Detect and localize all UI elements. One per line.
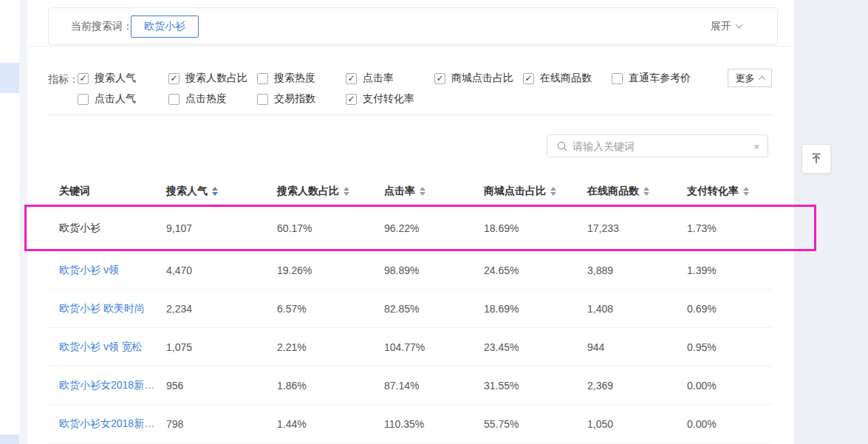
keyword-link[interactable]: 欧货小衫女2018新款欧... bbox=[48, 417, 155, 431]
expand-label: 展开 bbox=[711, 20, 731, 33]
metric-checkbox[interactable]: 搜索热度 bbox=[257, 72, 315, 85]
keyword-search-box: × bbox=[547, 134, 768, 157]
right-panel-background bbox=[794, 0, 868, 444]
metric-checkbox[interactable]: ✓ 搜索人数占比 bbox=[168, 72, 247, 85]
cell-value: 82.85% bbox=[373, 303, 473, 315]
cell-value: 3,889 bbox=[576, 264, 676, 276]
cell-value: 2.21% bbox=[266, 341, 373, 353]
column-header-online-products: 在线商品数 bbox=[576, 185, 676, 198]
table-row: 欧货小衫 v领 宽松 1,075 2.21% 104.77% 23.45% 94… bbox=[48, 328, 772, 366]
keyword-link[interactable]: 欧货小衫 欧美时尚 bbox=[48, 302, 155, 315]
checkbox-icon[interactable] bbox=[257, 73, 268, 84]
cell-value: 1.73% bbox=[676, 222, 772, 234]
sort-icon[interactable] bbox=[550, 187, 556, 196]
metric-checkbox[interactable]: 直通车参考价 bbox=[612, 72, 691, 85]
checkbox-label: 点击人气 bbox=[95, 92, 136, 106]
metric-checkbox[interactable]: 点击人气 bbox=[78, 92, 136, 106]
checkbox-icon[interactable]: ✓ bbox=[168, 73, 180, 84]
cell-value: 1.86% bbox=[266, 380, 373, 392]
checkbox-label: 搜索热度 bbox=[274, 72, 315, 85]
sort-icon[interactable] bbox=[743, 187, 749, 196]
column-header-search-popularity: 搜索人气 bbox=[155, 185, 266, 198]
chevron-up-icon bbox=[758, 76, 765, 83]
checkbox-label: 点击率 bbox=[363, 72, 394, 85]
sort-icon[interactable] bbox=[643, 187, 649, 196]
checkbox-icon[interactable] bbox=[257, 94, 268, 105]
cell-value: 18.69% bbox=[473, 303, 576, 315]
cell-value: 96.22% bbox=[373, 222, 473, 234]
cell-value: 104.77% bbox=[373, 341, 473, 353]
sort-icon[interactable] bbox=[212, 187, 218, 196]
chevron-down-icon bbox=[736, 21, 743, 29]
metric-checkbox[interactable]: ✓ 支付转化率 bbox=[346, 92, 414, 106]
keyword-search-input[interactable] bbox=[573, 136, 741, 156]
cell-value: 956 bbox=[155, 380, 266, 392]
checkbox-label: 搜索人数占比 bbox=[185, 72, 247, 85]
checkbox-icon[interactable]: ✓ bbox=[346, 94, 357, 105]
cell-value: 24.65% bbox=[473, 264, 576, 276]
cell-value: 55.75% bbox=[473, 418, 576, 430]
section-divider bbox=[27, 46, 794, 47]
checkbox-label: 直通车参考价 bbox=[629, 72, 691, 85]
checkbox-icon[interactable]: ✓ bbox=[434, 73, 445, 84]
cell-value: 2,369 bbox=[576, 380, 676, 392]
keyword-text: 欧货小衫 bbox=[48, 222, 155, 235]
column-header-click-rate: 点击率 bbox=[373, 185, 473, 198]
checkbox-icon[interactable]: ✓ bbox=[523, 73, 534, 84]
cell-value: 4,470 bbox=[155, 264, 266, 276]
cell-value: 9,107 bbox=[155, 222, 266, 234]
page-gutter bbox=[19, 0, 27, 444]
checkbox-icon[interactable] bbox=[612, 73, 623, 84]
sort-icon[interactable] bbox=[420, 187, 426, 196]
metric-checkbox[interactable]: 交易指数 bbox=[257, 92, 315, 106]
column-header-search-user-ratio: 搜索人数占比 bbox=[266, 185, 373, 198]
current-search-label: 当前搜索词： bbox=[71, 20, 133, 33]
checkbox-icon[interactable] bbox=[78, 94, 89, 105]
back-to-top-button[interactable] bbox=[802, 144, 831, 174]
cell-value: 798 bbox=[155, 418, 266, 430]
sidebar-fragment-bottom bbox=[0, 434, 19, 444]
keyword-link[interactable]: 欧货小衫 v领 宽松 bbox=[48, 341, 155, 354]
checkbox-icon[interactable]: ✓ bbox=[78, 73, 89, 84]
cell-value: 19.26% bbox=[266, 264, 373, 276]
column-header-keyword: 关键词 bbox=[48, 185, 155, 198]
cell-value: 0.69% bbox=[676, 303, 772, 315]
metric-checkbox[interactable]: ✓ 商城点击占比 bbox=[434, 72, 513, 85]
more-button[interactable]: 更多 bbox=[728, 69, 772, 87]
cell-value: 0.00% bbox=[676, 380, 772, 392]
sidebar-fragment-top bbox=[0, 63, 19, 93]
cell-value: 18.69% bbox=[473, 222, 576, 234]
expand-toggle[interactable]: 展开 bbox=[711, 20, 742, 33]
keyword-link[interactable]: 欧货小衫 v领 bbox=[48, 264, 155, 277]
table-row: 欧货小衫 欧美时尚 2,234 6.57% 82.85% 18.69% 1,40… bbox=[48, 290, 772, 328]
metrics-label: 指标： bbox=[48, 73, 79, 86]
column-header-mall-click-ratio: 商城点击占比 bbox=[473, 185, 576, 198]
table-row: 欧货小衫女2018新款欧... 798 1.44% 110.35% 55.75%… bbox=[48, 405, 772, 443]
cell-value: 944 bbox=[576, 341, 676, 353]
cell-value: 0.00% bbox=[676, 418, 772, 430]
metric-checkbox[interactable]: 点击热度 bbox=[168, 92, 227, 106]
clear-icon[interactable]: × bbox=[753, 141, 759, 151]
back-to-top-icon bbox=[809, 151, 824, 168]
more-label: 更多 bbox=[736, 72, 755, 85]
metric-checkbox[interactable]: ✓ 点击率 bbox=[346, 72, 394, 85]
cell-value: 98.89% bbox=[373, 264, 473, 276]
cell-value: 1.39% bbox=[676, 264, 772, 276]
metric-checkbox[interactable]: ✓ 在线商品数 bbox=[523, 72, 592, 85]
checkbox-icon[interactable] bbox=[168, 94, 180, 105]
cell-value: 1,075 bbox=[155, 341, 266, 353]
cell-value: 0.95% bbox=[676, 341, 772, 353]
checkbox-label: 商城点击占比 bbox=[451, 72, 513, 85]
metric-checkbox[interactable]: ✓ 搜索人气 bbox=[78, 72, 136, 85]
keyword-link[interactable]: 欧货小衫女2018新款欧... bbox=[48, 379, 155, 392]
cell-value: 110.35% bbox=[373, 418, 473, 430]
table-header-row: 关键词 搜索人气 搜索人数占比 点击率 商城点击占比 在线商品数 支付转化率 bbox=[48, 177, 772, 205]
current-search-card: 当前搜索词： 欧货小衫 展开 bbox=[48, 7, 778, 45]
cell-value: 1.44% bbox=[266, 418, 373, 430]
checkbox-icon[interactable]: ✓ bbox=[346, 73, 357, 84]
cell-value: 2,234 bbox=[155, 303, 266, 315]
current-term-button[interactable]: 欧货小衫 bbox=[131, 16, 199, 38]
cell-value: 17,233 bbox=[576, 222, 676, 234]
sort-icon[interactable] bbox=[344, 187, 349, 196]
cell-value: 23.45% bbox=[473, 341, 576, 353]
